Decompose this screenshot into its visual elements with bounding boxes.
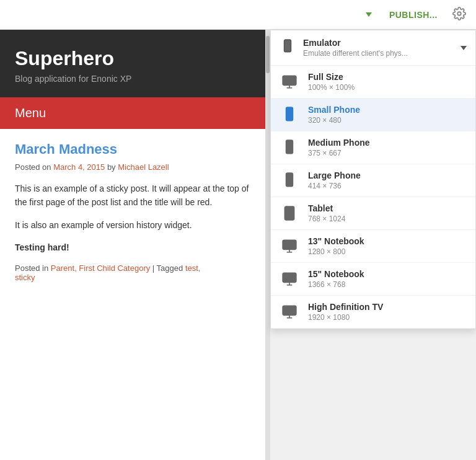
emulator-item-text-medium-phone: Medium Phone 375 × 667 <box>308 138 467 157</box>
svg-rect-14 <box>283 240 296 249</box>
svg-point-7 <box>289 118 290 120</box>
emulator-item-name-notebook-15: 15" Notebook <box>308 269 467 279</box>
blog-subtitle: Blog application for Enonic XP <box>15 74 252 84</box>
scroll-thumb[interactable] <box>266 36 270 73</box>
svg-rect-3 <box>283 76 296 85</box>
blog-preview-area: Superhero Blog application for Enonic XP… <box>0 30 267 460</box>
emulator-panel: Emulator Emulate different client's phys… <box>270 30 476 329</box>
blog-post-meta: Posted on March 4, 2015 by Michael Lazel… <box>15 162 252 172</box>
emulator-item-name-notebook-13: 13" Notebook <box>308 236 467 246</box>
scroll-track <box>265 30 270 460</box>
blog-post-body: This is an example of a sticky post. It … <box>15 182 252 255</box>
emulator-item-text-notebook-13: 13" Notebook 1280 × 800 <box>308 236 467 256</box>
body-paragraph-3-strong: Testing hard! <box>15 242 69 252</box>
footer-tags[interactable]: test, <box>185 263 201 273</box>
emulator-item-dims-small-phone: 320 × 480 <box>308 116 467 125</box>
meta-by: by <box>107 162 116 172</box>
emulator-item-text-large-phone: Large Phone 414 × 736 <box>308 170 467 190</box>
svg-rect-1 <box>284 40 291 52</box>
blog-post-footer: Posted in Parent, First Child Category |… <box>15 263 252 282</box>
emulator-item-icon-large-phone <box>280 172 299 188</box>
emulator-item-hdtv[interactable]: High Definition TV 1920 × 1080 <box>271 296 475 329</box>
blog-menu-label: Menu <box>15 106 46 120</box>
svg-point-11 <box>289 184 290 185</box>
emulator-item-icon-tablet <box>280 205 299 221</box>
blog-title: Superhero <box>15 47 252 70</box>
emulator-item-medium-phone[interactable]: Medium Phone 375 × 667 <box>271 131 475 164</box>
footer-tagged: | Tagged <box>152 263 183 273</box>
emulator-item-icon-hdtv <box>280 304 299 320</box>
emulator-item-name-medium-phone: Medium Phone <box>308 138 467 148</box>
emulator-item-dims-notebook-15: 1366 × 768 <box>308 280 467 289</box>
emulator-item-small-phone[interactable]: Small Phone 320 × 480 <box>271 99 475 131</box>
footer-prefix: Posted in <box>15 263 51 273</box>
emulator-item-dims-medium-phone: 375 × 667 <box>308 149 467 157</box>
emulator-header-icon <box>280 38 296 57</box>
emulator-item-icon-full-size <box>280 74 299 90</box>
meta-author[interactable]: Michael Lazell <box>118 162 169 172</box>
emulator-item-tablet[interactable]: Tablet 768 × 1024 <box>271 197 475 230</box>
emulator-header-text: Emulator Emulate different client's phys… <box>303 38 449 58</box>
top-toolbar: PUBLISH... <box>0 0 476 30</box>
emulator-header-arrow-icon <box>461 46 467 50</box>
dropdown-arrow-icon <box>366 12 372 17</box>
emulator-item-name-hdtv: High Definition TV <box>308 302 467 312</box>
emulator-item-full-size[interactable]: Full Size 100% × 100% <box>271 66 475 99</box>
blog-header: Superhero Blog application for Enonic XP <box>0 30 267 97</box>
emulator-item-name-full-size: Full Size <box>308 72 467 82</box>
svg-point-9 <box>289 151 290 153</box>
settings-button[interactable] <box>450 4 469 25</box>
footer-tag-sticky[interactable]: sticky <box>15 273 35 282</box>
blog-content-area: Superhero Blog application for Enonic XP… <box>0 30 267 460</box>
emulator-item-large-phone[interactable]: Large Phone 414 × 736 <box>271 164 475 197</box>
meta-date: March 4, 2015 <box>53 162 105 172</box>
meta-posted-on: Posted on <box>15 162 53 172</box>
emulator-item-icon-notebook-15 <box>280 271 299 287</box>
emulator-item-text-tablet: Tablet 768 × 1024 <box>308 203 467 223</box>
blog-post-content: March Madness Posted on March 4, 2015 by… <box>0 129 267 294</box>
emulator-header[interactable]: Emulator Emulate different client's phys… <box>271 30 475 66</box>
svg-rect-17 <box>283 273 296 282</box>
emulator-item-dims-hdtv: 1920 × 1080 <box>308 313 467 322</box>
emulator-item-dims-full-size: 100% × 100% <box>308 83 467 92</box>
publish-button[interactable]: PUBLISH... <box>384 7 443 22</box>
svg-point-0 <box>457 12 461 15</box>
emulator-item-dims-large-phone: 414 × 736 <box>308 182 467 190</box>
body-paragraph-3: Testing hard! <box>15 241 252 254</box>
emulator-item-name-tablet: Tablet <box>308 203 467 213</box>
body-paragraph-1: This is an example of a sticky post. It … <box>15 182 252 210</box>
emulator-header-title: Emulator <box>303 38 449 48</box>
emulator-header-desc: Emulate different client's phys... <box>303 49 449 58</box>
gear-icon <box>452 7 466 20</box>
footer-categories[interactable]: Parent, First Child Category <box>51 263 150 273</box>
emulator-item-icon-medium-phone <box>280 139 299 156</box>
emulator-item-text-notebook-15: 15" Notebook 1366 × 768 <box>308 269 467 289</box>
emulator-item-icon-notebook-13 <box>280 238 299 254</box>
emulator-items-list: Full Size 100% × 100% Small Phone 320 × … <box>271 66 475 329</box>
emulator-item-icon-small-phone <box>280 107 299 123</box>
emulator-item-dims-notebook-13: 1280 × 800 <box>308 247 467 256</box>
emulator-item-text-full-size: Full Size 100% × 100% <box>308 72 467 92</box>
svg-point-13 <box>289 218 290 219</box>
blog-post-title[interactable]: March Madness <box>15 141 252 157</box>
emulator-item-notebook-13[interactable]: 13" Notebook 1280 × 800 <box>271 230 475 263</box>
emulator-item-dims-tablet: 768 × 1024 <box>308 215 467 223</box>
emulator-item-name-small-phone: Small Phone <box>308 105 467 115</box>
svg-rect-20 <box>283 306 296 315</box>
emulator-item-name-large-phone: Large Phone <box>308 170 467 180</box>
emulator-dropdown-button[interactable] <box>361 10 377 19</box>
body-paragraph-2: It is also an example of version history… <box>15 218 252 232</box>
emulator-item-notebook-15[interactable]: 15" Notebook 1366 × 768 <box>271 263 475 296</box>
blog-menu[interactable]: Menu <box>0 97 267 129</box>
emulator-item-text-small-phone: Small Phone 320 × 480 <box>308 105 467 125</box>
emulator-item-text-hdtv: High Definition TV 1920 × 1080 <box>308 302 467 322</box>
